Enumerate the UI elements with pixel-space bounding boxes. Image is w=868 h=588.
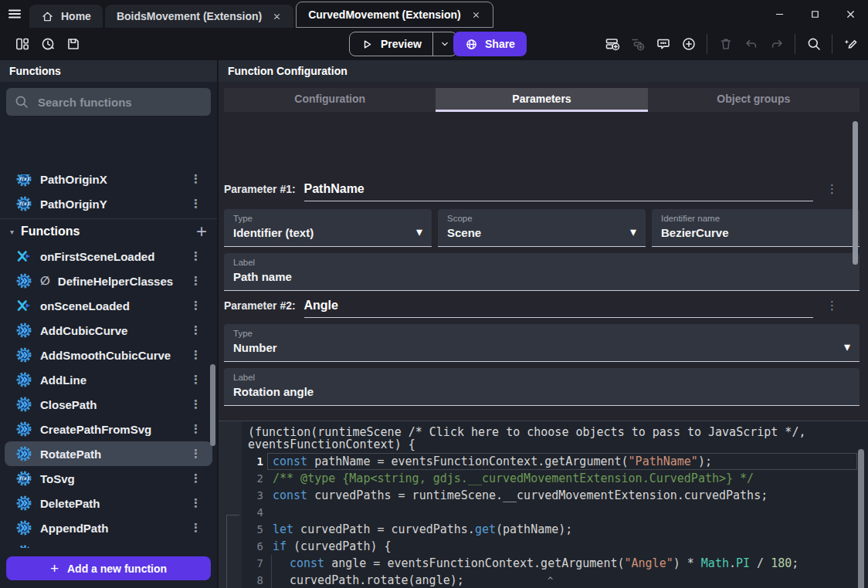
parameters-scrollbar[interactable] xyxy=(853,121,858,265)
item-menu-icon[interactable]: ⋮ xyxy=(185,471,206,485)
titlebar-tab-curvedmovement-extension-[interactable]: CurvedMovement (Extension) xyxy=(296,2,493,28)
parameter-name-input[interactable]: Angle xyxy=(304,299,813,318)
sidebar-item-onfirstsceneloaded[interactable]: onFirstSceneLoaded⋮ xyxy=(5,244,212,269)
item-menu-icon[interactable]: ⋮ xyxy=(185,348,206,362)
item-menu-icon[interactable]: ⋮ xyxy=(185,174,206,186)
window-controls xyxy=(761,0,868,28)
item-menu-icon[interactable]: ⋮ xyxy=(185,397,206,411)
param-field-label[interactable]: LabelRotation angle xyxy=(224,368,860,406)
titlebar-tab-home[interactable]: Home xyxy=(29,5,103,28)
tab-parameters[interactable]: Parameters xyxy=(436,88,647,110)
titlebar-tab-boidsmovement-extension-[interactable]: BoidsMovement (Extension) xyxy=(105,5,293,28)
history-icon[interactable] xyxy=(37,34,58,54)
sidebar-item-deletepath[interactable]: DeletePath⋮ xyxy=(5,491,212,515)
item-menu-icon[interactable]: ⋮ xyxy=(185,546,206,548)
item-menu-icon[interactable]: ⋮ xyxy=(185,299,206,313)
sidebar-item-pathoriginy[interactable]: f(x)PathOriginY⋮ xyxy=(5,191,212,216)
panels-icon[interactable] xyxy=(12,34,32,54)
sidebar-item-tosvg[interactable]: f(x)ToSvg⋮ xyxy=(5,466,212,491)
sidebar-item-duplicatedpath[interactable]: DuplicatedPath⋮ xyxy=(5,540,212,548)
code-wrapper-line[interactable]: (function(runtimeScene /* Click here to … xyxy=(242,426,868,438)
item-menu-icon[interactable]: ⋮ xyxy=(185,323,206,337)
code-text: const pathName = eventsFunctionContext.g… xyxy=(273,455,712,468)
add-comment-icon[interactable] xyxy=(653,34,673,54)
parameter-name-input[interactable]: PathName xyxy=(304,182,813,201)
sidebar-item-addsmoothcubiccurve[interactable]: AddSmoothCubicCurve⋮ xyxy=(5,343,212,367)
search-input[interactable] xyxy=(36,95,203,110)
share-button[interactable]: Share xyxy=(453,32,527,56)
field-value: Scene xyxy=(447,226,636,239)
search-box[interactable] xyxy=(6,88,211,116)
code-line-2[interactable]: 2/** @type {Map<string, gdjs.__curvedMov… xyxy=(242,470,857,487)
item-menu-icon[interactable]: ⋮ xyxy=(185,249,206,263)
param-field-identifier-name[interactable]: Identifier nameBezierCurve xyxy=(652,209,860,247)
sidebar-item-definehelperclasses[interactable]: ∅DefineHelperClasses⋮ xyxy=(5,269,212,293)
sidebar-item-appendpath[interactable]: AppendPath⋮ xyxy=(5,515,212,540)
parameters-section: Parameter #1: PathName⋮TypeIdentifier (t… xyxy=(224,170,860,406)
item-menu-icon[interactable]: ⋮ xyxy=(185,447,206,461)
code-line-5[interactable]: 5let curvedPath = curvedPaths.get(pathNa… xyxy=(242,521,857,538)
code-scrollbar[interactable] xyxy=(858,449,864,588)
trash-icon[interactable] xyxy=(715,34,736,54)
add-circle-icon[interactable] xyxy=(678,34,699,54)
menu-icon[interactable] xyxy=(0,0,29,28)
item-menu-icon[interactable]: ⋮ xyxy=(185,521,206,535)
code-wrapper-line[interactable]: eventsFunctionContext) { xyxy=(242,438,868,451)
functions-group-header[interactable]: ▾Functions+ xyxy=(0,218,217,244)
event-margin xyxy=(219,421,242,588)
window-minimize-button[interactable] xyxy=(761,0,797,28)
sidebar-scrollbar[interactable] xyxy=(210,364,215,446)
minimize-icon xyxy=(774,8,785,20)
parameter-menu-icon[interactable]: ⋮ xyxy=(826,182,838,196)
tab-close-icon[interactable] xyxy=(272,12,282,22)
code-line-4[interactable]: 4 xyxy=(242,504,857,521)
preview-button-main[interactable]: Preview xyxy=(350,32,432,56)
add-sub-event-icon[interactable] xyxy=(627,34,648,54)
globe-icon xyxy=(465,38,478,51)
code-line-6[interactable]: 6if (curvedPath) { xyxy=(242,538,857,555)
code-editor[interactable]: (function(runtimeScene /* Click here to … xyxy=(242,421,868,588)
sidebar-item-rotatepath[interactable]: RotatePath⋮ xyxy=(5,441,212,466)
add-function-in-group-button[interactable]: + xyxy=(196,224,207,239)
param-field-type[interactable]: TypeNumber▾ xyxy=(224,324,860,362)
code-line-3[interactable]: 3const curvedPaths = runtimeScene.__curv… xyxy=(242,487,857,504)
line-number: 2 xyxy=(242,472,268,485)
undo-icon[interactable] xyxy=(741,34,761,54)
item-menu-icon[interactable]: ⋮ xyxy=(185,274,206,288)
param-field-scope[interactable]: ScopeScene▾ xyxy=(438,209,646,247)
item-menu-icon[interactable]: ⋮ xyxy=(185,373,206,387)
code-line-7[interactable]: 7const angle = eventsFunctionContext.get… xyxy=(242,555,857,572)
add-function-button[interactable]: + Add a new function xyxy=(6,556,211,580)
magic-pencil-icon[interactable] xyxy=(840,34,861,54)
tab-configuration[interactable]: Configuration xyxy=(224,88,436,110)
home-icon xyxy=(41,10,54,23)
action-function-icon xyxy=(15,371,32,388)
app-window: HomeBoidsMovement (Extension)CurvedMovem… xyxy=(0,0,868,588)
param-field-label[interactable]: LabelPath name xyxy=(224,253,860,291)
window-maximize-button[interactable] xyxy=(797,0,832,28)
window-close-button[interactable] xyxy=(832,0,868,28)
sidebar-item-addline[interactable]: AddLine⋮ xyxy=(5,367,212,392)
tab-close-icon[interactable] xyxy=(471,10,481,20)
javascript-code-event[interactable]: (function(runtimeScene /* Click here to … xyxy=(219,421,868,588)
save-icon[interactable] xyxy=(63,34,83,54)
sidebar-item-createpathfromsvg[interactable]: CreatePathFromSvg⋮ xyxy=(5,417,212,441)
toolbar-left-icons xyxy=(9,34,86,54)
plus-icon: + xyxy=(50,560,59,577)
tab-object-groups[interactable]: Object groups xyxy=(648,88,860,110)
code-line-1[interactable]: 1const pathName = eventsFunctionContext.… xyxy=(242,453,857,470)
item-menu-icon[interactable]: ⋮ xyxy=(185,197,206,211)
preview-button[interactable]: Preview xyxy=(349,32,457,56)
add-function-label: Add a new function xyxy=(67,563,167,575)
item-menu-icon[interactable]: ⋮ xyxy=(185,422,206,436)
redo-icon[interactable] xyxy=(766,34,787,54)
sidebar-item-onsceneloaded[interactable]: onSceneLoaded⋮ xyxy=(5,293,212,318)
sidebar-item-closepath[interactable]: ClosePath⋮ xyxy=(5,392,212,417)
item-menu-icon[interactable]: ⋮ xyxy=(185,496,206,510)
param-field-type[interactable]: TypeIdentifier (text)▾ xyxy=(224,209,432,247)
parameter-menu-icon[interactable]: ⋮ xyxy=(826,299,838,313)
search-icon[interactable] xyxy=(803,34,824,54)
add-event-icon[interactable] xyxy=(602,34,622,54)
sidebar-item-addcubiccurve[interactable]: AddCubicCurve⋮ xyxy=(5,318,212,343)
sidebar-item-pathoriginx[interactable]: f(x)PathOriginX⋮ xyxy=(5,174,212,191)
